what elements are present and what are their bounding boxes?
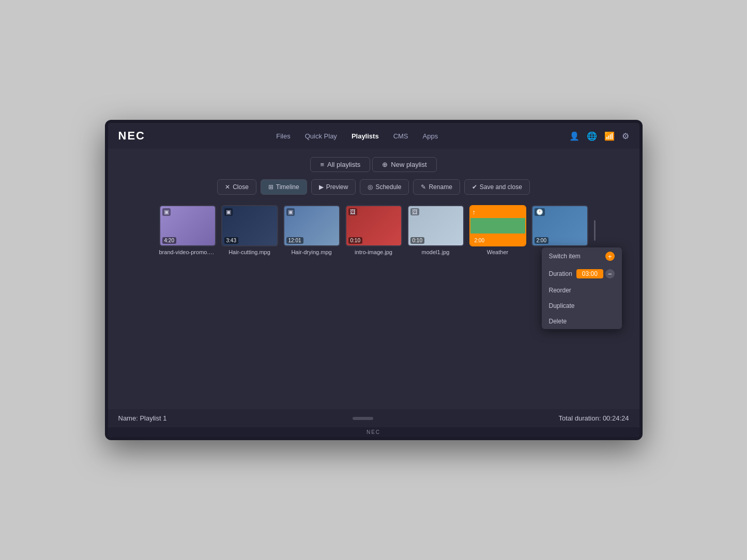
weather-arrow-icon: ↑ [472, 208, 476, 216]
schedule-icon: ◎ [368, 183, 373, 191]
duration-clock: 2:00 [535, 237, 548, 244]
save-icon: ✔ [472, 183, 477, 191]
media-thumb-weather: ↑ 2:00 [469, 205, 526, 246]
total-duration: Total duration: 00:24:24 [559, 414, 629, 422]
main-content: ≡ All playlists ⊕ New playlist ✕ Close ⊞… [108, 149, 639, 409]
wifi-icon[interactable]: 📶 [604, 131, 615, 141]
close-label: Close [233, 183, 249, 191]
duration-3: 12:01 [286, 237, 303, 244]
media-thumb-3: ▣ 12:01 [283, 205, 340, 246]
duration-5: 0:10 [410, 237, 424, 244]
plus-icon: ⊕ [382, 161, 388, 168]
switch-item-label: Switch item [549, 253, 581, 260]
tv-footer-label: NEC [108, 427, 639, 437]
bottom-bar: Name: Playlist 1 Total duration: 00:24:2… [108, 409, 639, 427]
duration-input[interactable] [576, 269, 603, 278]
context-duplicate[interactable]: Duplicate [542, 298, 622, 314]
image-icon-4: 🖼 [348, 208, 357, 215]
save-close-button[interactable]: ✔ Save and close [464, 179, 530, 195]
preview-label: Preview [326, 183, 348, 191]
nav-icons: 👤 🌐 📶 ⚙ [569, 131, 629, 141]
media-card-3[interactable]: ▣ 12:01 Hair-drying.mpg [283, 205, 340, 255]
timeline-icon: ⊞ [268, 183, 273, 191]
label-weather: Weather [469, 249, 526, 255]
settings-icon[interactable]: ⚙ [622, 131, 629, 141]
nav-files[interactable]: Files [276, 132, 290, 140]
media-card-4[interactable]: 🖼 0:10 intro-image.jpg [345, 205, 402, 255]
preview-button[interactable]: ▶ Preview [311, 179, 356, 195]
duration-1: 4:20 [162, 237, 176, 244]
duration-2: 3:43 [224, 237, 238, 244]
nav-links: Files Quick Play Playlists CMS Apps [276, 132, 438, 140]
media-thumb-4: 🖼 0:10 [345, 205, 402, 246]
list-icon: ≡ [320, 161, 324, 168]
duration-label: Duration [549, 270, 572, 277]
context-menu: Switch item + Duration − Reorder Duplica… [542, 247, 622, 329]
save-close-label: Save and close [480, 183, 522, 191]
schedule-button[interactable]: ◎ Schedule [360, 179, 409, 195]
label-1: brand-video-promo.mpg [159, 249, 216, 255]
media-thumb-clock: 🕐 2:00 [531, 205, 588, 246]
duplicate-label: Duplicate [549, 302, 575, 309]
duration-minus-btn[interactable]: − [605, 269, 615, 278]
tab-new-playlist[interactable]: ⊕ New playlist [372, 157, 436, 172]
playlist-name: Name: Playlist 1 [118, 414, 167, 422]
clock-icon: 🕐 [535, 208, 545, 216]
tab-all-playlists-label: All playlists [327, 161, 360, 168]
switch-item-plus-btn[interactable]: + [605, 252, 615, 261]
scrollbar[interactable] [594, 220, 596, 241]
schedule-label: Schedule [375, 183, 401, 191]
nav-cms[interactable]: CMS [393, 132, 408, 140]
duration-input-wrap: − [576, 269, 615, 278]
media-card-1[interactable]: ▣ 4:20 brand-video-promo.mpg [159, 205, 216, 255]
nav-apps[interactable]: Apps [423, 132, 438, 140]
media-thumb-2: ▣ 3:43 [221, 205, 278, 246]
video-icon-3: ▣ [286, 208, 295, 216]
rename-icon: ✎ [421, 183, 426, 191]
media-thumb-1: ▣ 4:20 [159, 205, 216, 246]
media-card-5[interactable]: 🖼 0:10 model1.jpg [407, 205, 464, 255]
tab-all-playlists[interactable]: ≡ All playlists [310, 157, 370, 172]
context-switch-item[interactable]: Switch item + [542, 247, 622, 265]
reorder-label: Reorder [549, 287, 571, 294]
label-2: Hair-cutting.mpg [221, 249, 278, 255]
context-reorder[interactable]: Reorder [542, 283, 622, 298]
image-icon-5: 🖼 [410, 208, 419, 215]
context-delete[interactable]: Delete [542, 314, 622, 329]
video-icon-1: ▣ [162, 208, 171, 216]
nav-playlists[interactable]: Playlists [352, 132, 379, 140]
media-card-2[interactable]: ▣ 3:43 Hair-cutting.mpg [221, 205, 278, 255]
video-icon-2: ▣ [224, 208, 233, 216]
action-bar: ✕ Close ⊞ Timeline ▶ Preview ◎ Schedule … [217, 179, 530, 195]
media-card-weather[interactable]: ↑ 2:00 Weather [469, 205, 526, 255]
label-4: intro-image.jpg [345, 249, 402, 255]
timeline-label: Timeline [276, 183, 299, 191]
duration-weather: 2:00 [472, 237, 486, 244]
scroll-handle[interactable] [353, 417, 373, 420]
tab-new-playlist-label: New playlist [391, 161, 426, 168]
label-5: model1.jpg [407, 249, 464, 255]
preview-icon: ▶ [319, 183, 324, 191]
globe-icon[interactable]: 🌐 [587, 131, 597, 141]
rename-label: Rename [429, 183, 452, 191]
label-3: Hair-drying.mpg [283, 249, 340, 255]
close-button[interactable]: ✕ Close [217, 179, 256, 195]
top-navigation: NEC Files Quick Play Playlists CMS Apps … [108, 123, 639, 149]
user-icon[interactable]: 👤 [569, 131, 580, 141]
nec-logo: NEC [118, 129, 145, 143]
timeline-button[interactable]: ⊞ Timeline [261, 179, 307, 195]
duration-4: 0:10 [348, 237, 362, 244]
delete-label: Delete [549, 318, 567, 325]
rename-button[interactable]: ✎ Rename [413, 179, 460, 195]
nav-quickplay[interactable]: Quick Play [305, 132, 337, 140]
tab-bar: ≡ All playlists ⊕ New playlist [310, 157, 436, 172]
media-row: ▣ 4:20 brand-video-promo.mpg ▣ 3:43 Hair… [149, 205, 599, 255]
close-icon: ✕ [225, 183, 230, 191]
media-thumb-5: 🖼 0:10 [407, 205, 464, 246]
context-duration[interactable]: Duration − [542, 265, 622, 283]
